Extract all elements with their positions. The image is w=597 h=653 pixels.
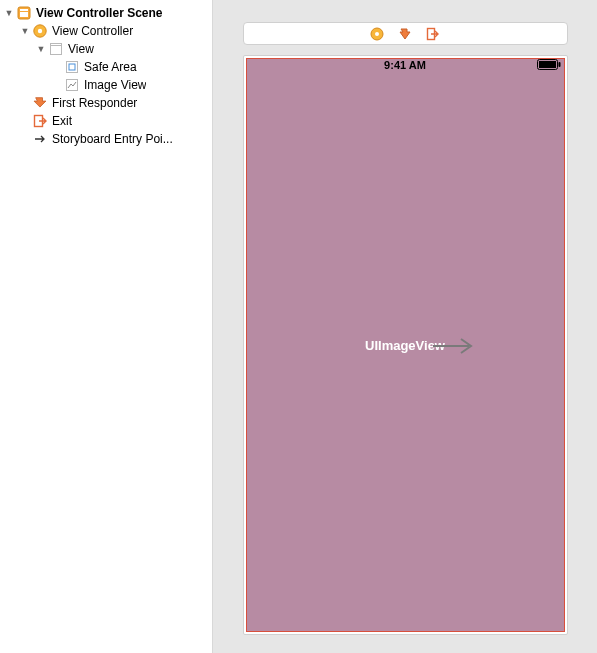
svg-rect-2 <box>20 12 28 17</box>
outline-scene-row[interactable]: ▼ View Controller Scene <box>0 4 212 22</box>
svg-point-4 <box>38 29 42 33</box>
exit-icon <box>32 113 48 129</box>
device-frame[interactable]: UIImageView 9:41 AM <box>243 55 568 635</box>
first-responder-icon[interactable] <box>398 27 412 41</box>
outline-exit-row[interactable]: ▼ Exit <box>0 112 212 130</box>
disclosure-triangle-icon[interactable]: ▼ <box>20 26 30 36</box>
view-controller-icon[interactable] <box>370 27 384 41</box>
svg-rect-16 <box>558 62 560 67</box>
svg-point-12 <box>375 32 379 36</box>
outline-label: View <box>68 42 94 56</box>
view-controller-icon <box>32 23 48 39</box>
svg-rect-15 <box>539 61 556 68</box>
outline-view-row[interactable]: ▼ View <box>0 40 212 58</box>
interface-builder-canvas[interactable]: UIImageView 9:41 AM <box>213 0 597 653</box>
outline-label: Exit <box>52 114 72 128</box>
exit-icon[interactable] <box>426 27 440 41</box>
safe-area-icon <box>64 59 80 75</box>
first-responder-icon <box>32 95 48 111</box>
outline-imageview-row[interactable]: ▼ Image View <box>0 76 212 94</box>
svg-rect-1 <box>20 9 28 11</box>
view-icon <box>48 41 64 57</box>
document-outline[interactable]: ▼ View Controller Scene ▼ View Controlle… <box>0 0 213 653</box>
scene-icon <box>16 5 32 21</box>
disclosure-triangle-icon[interactable]: ▼ <box>4 8 14 18</box>
outline-firstresponder-row[interactable]: ▼ First Responder <box>0 94 212 112</box>
outline-entrypoint-row[interactable]: ▼ Storyboard Entry Poi... <box>0 130 212 148</box>
image-view-icon <box>64 77 80 93</box>
scene-dock[interactable] <box>243 22 568 45</box>
status-bar: 9:41 AM <box>244 56 567 74</box>
status-time: 9:41 AM <box>384 59 426 71</box>
outline-label: Image View <box>84 78 146 92</box>
svg-rect-7 <box>67 62 78 73</box>
outline-label: First Responder <box>52 96 137 110</box>
battery-icon <box>537 59 561 70</box>
disclosure-triangle-icon[interactable]: ▼ <box>36 44 46 54</box>
outline-label: View Controller Scene <box>36 6 163 20</box>
outline-label: View Controller <box>52 24 133 38</box>
arrow-right-icon <box>32 131 48 147</box>
storyboard-entry-arrow-icon[interactable] <box>431 336 477 359</box>
outline-safearea-row[interactable]: ▼ Safe Area <box>0 58 212 76</box>
uiimageview-placeholder[interactable]: UIImageView <box>246 58 565 632</box>
outline-label: Storyboard Entry Poi... <box>52 132 173 146</box>
outline-viewcontroller-row[interactable]: ▼ View Controller <box>0 22 212 40</box>
outline-label: Safe Area <box>84 60 137 74</box>
